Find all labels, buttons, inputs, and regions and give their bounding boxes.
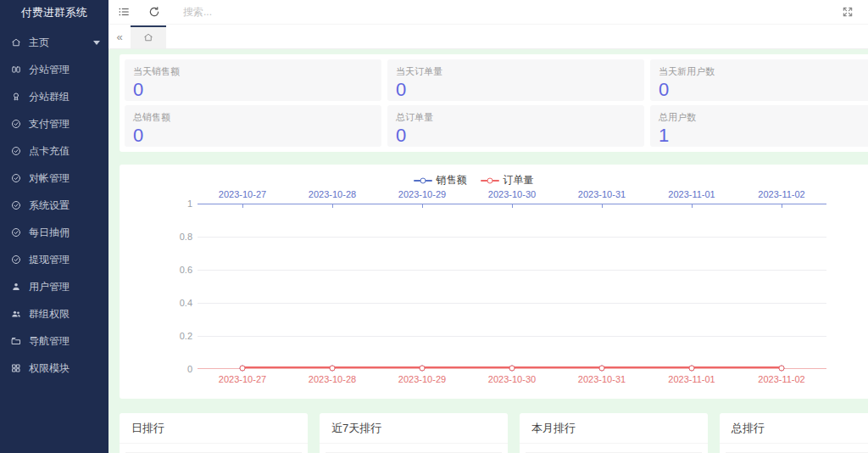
circle-check-icon	[11, 227, 21, 238]
data-point-marker	[689, 366, 695, 372]
data-point-marker	[599, 366, 605, 372]
chart-legend: 销售额订单量	[120, 173, 827, 187]
nav-icon	[11, 336, 21, 346]
legend-item[interactable]: 订单量	[481, 173, 534, 187]
sidebar-item-label: 提现管理	[29, 253, 70, 267]
sidebar-item-8[interactable]: 每日抽佣	[0, 219, 108, 246]
stat-card: 当天订单量0	[387, 59, 644, 101]
stat-card: 当天销售额0	[125, 59, 381, 101]
tabs-collapse-icon[interactable]: «	[108, 25, 131, 48]
topbar	[108, 0, 868, 25]
sidebar-item-7[interactable]: 系统设置	[0, 192, 108, 219]
stat-label: 当天新用户数	[659, 65, 868, 78]
users-icon	[11, 309, 21, 319]
legend-marker	[481, 180, 499, 182]
stat-card: 总用户数1	[650, 105, 868, 147]
dashboard-content: 当天销售额0当天订单量0当天新用户数0总销售额0总订单量0总用户数1 销售额订单…	[108, 49, 868, 453]
stat-value: 0	[659, 80, 868, 100]
gridline	[198, 336, 826, 337]
sidebar-item-5[interactable]: 点卡充值	[0, 137, 108, 165]
y-axis-label: 0.4	[162, 298, 192, 308]
sidebar-item-label: 主页	[29, 36, 49, 50]
sidebar-item-label: 权限模块	[29, 361, 70, 376]
ranking-title: 近7天排行	[320, 413, 508, 444]
sales-orders-chart: 销售额订单量 00.20.40.60.812023-10-272023-10-2…	[120, 165, 868, 399]
sidebar-menu: 主页分站管理分站群组支付管理点卡充值对帐管理系统设置每日抽佣提现管理用户管理群组…	[0, 25, 108, 382]
sidebar-item-13[interactable]: 权限模块	[0, 355, 108, 382]
legend-dot	[487, 177, 492, 183]
tab-home[interactable]	[131, 25, 166, 48]
ranking-title: 本月排行	[520, 413, 708, 444]
x-axis-label-top: 2023-10-31	[578, 189, 626, 199]
sidebar-item-4[interactable]: 支付管理	[0, 110, 108, 137]
ranking-panel: 本月排行分站名称月收款	[520, 413, 708, 453]
x-axis-tick	[692, 204, 693, 208]
sidebar-item-1[interactable]: 主页	[0, 29, 108, 56]
y-axis-label: 0.8	[162, 232, 192, 242]
x-axis-tick	[782, 204, 782, 208]
data-point-marker	[509, 366, 515, 372]
sidebar-item-label: 分站管理	[29, 63, 70, 77]
x-axis-tick	[242, 204, 243, 208]
legend-item[interactable]: 销售额	[414, 173, 467, 187]
main-area: « 当天销售额0当天订单量0当天新用户数0总销售额0总订单量0总用户数1 销售额…	[108, 0, 868, 453]
sidebar-item-9[interactable]: 提现管理	[0, 246, 108, 273]
modules-icon	[11, 363, 21, 373]
x-axis-label-top: 2023-10-28	[309, 189, 356, 199]
x-axis-tick	[332, 204, 333, 208]
data-point-marker	[240, 366, 246, 372]
app-title: 付费进群系统	[0, 0, 108, 25]
x-axis-tick	[422, 204, 423, 208]
sidebar-item-2[interactable]: 分站管理	[0, 56, 108, 83]
sidebar-item-label: 对帐管理	[29, 171, 70, 186]
x-axis-label-top: 2023-10-27	[219, 189, 266, 199]
stat-card: 当天新用户数0	[650, 59, 868, 101]
sidebar-item-10[interactable]: 用户管理	[0, 273, 108, 300]
ranking-title: 日排行	[120, 413, 308, 444]
x-axis-label-top: 2023-11-02	[758, 189, 804, 199]
search-input[interactable]	[181, 5, 320, 19]
ranking-panel: 总排行分站名称总收款	[720, 413, 868, 453]
x-axis-label-bottom: 2023-11-02	[758, 374, 804, 384]
home-icon	[143, 31, 153, 46]
home-icon	[11, 37, 21, 48]
refresh-icon[interactable]	[139, 0, 170, 24]
data-point-marker	[330, 366, 336, 372]
stat-value: 0	[396, 126, 636, 146]
y-axis-label: 0.2	[162, 331, 192, 341]
gridline	[198, 270, 826, 271]
legend-dot	[420, 177, 426, 183]
x-axis-label-bottom: 2023-10-31	[578, 374, 626, 384]
sidebar-item-label: 点卡充值	[29, 144, 70, 159]
sidebar: 付费进群系统 主页分站管理分站群组支付管理点卡充值对帐管理系统设置每日抽佣提现管…	[0, 0, 108, 453]
x-axis-tick	[512, 204, 513, 208]
ranking-title: 总排行	[720, 413, 868, 444]
gridline	[198, 303, 826, 304]
sidebar-item-label: 每日抽佣	[29, 226, 70, 240]
collapse-menu-icon[interactable]	[108, 0, 139, 24]
tabbar: «	[108, 25, 868, 49]
stat-label: 当天订单量	[396, 65, 636, 78]
x-axis-label-bottom: 2023-10-29	[398, 374, 446, 384]
fullscreen-icon[interactable]	[832, 0, 863, 24]
circle-check-icon	[11, 254, 21, 265]
x-axis-label-bottom: 2023-10-30	[488, 374, 536, 384]
circle-check-icon	[11, 119, 21, 129]
chart-plot-area: 00.20.40.60.812023-10-272023-10-282023-1…	[198, 204, 826, 369]
circle-check-icon	[11, 200, 21, 210]
sidebar-item-11[interactable]: 群组权限	[0, 300, 108, 327]
legend-marker	[414, 180, 432, 182]
x-axis-label-bottom: 2023-10-27	[219, 374, 266, 384]
sidebar-item-label: 系统设置	[29, 199, 70, 213]
stat-card: 总订单量0	[387, 105, 644, 147]
sidebar-item-3[interactable]: 分站群组	[0, 83, 108, 110]
sidebar-item-label: 用户管理	[29, 280, 70, 294]
sidebar-item-6[interactable]: 对帐管理	[0, 165, 108, 192]
stat-value: 0	[133, 80, 373, 100]
ranking-panel: 近7天排行分站名称周收款	[320, 413, 508, 453]
sidebar-item-label: 群组权限	[29, 307, 70, 322]
x-axis-label-bottom: 2023-10-28	[309, 374, 356, 384]
sidebar-item-12[interactable]: 导航管理	[0, 327, 108, 355]
stat-label: 总销售额	[133, 111, 373, 124]
circle-check-icon	[11, 146, 21, 156]
